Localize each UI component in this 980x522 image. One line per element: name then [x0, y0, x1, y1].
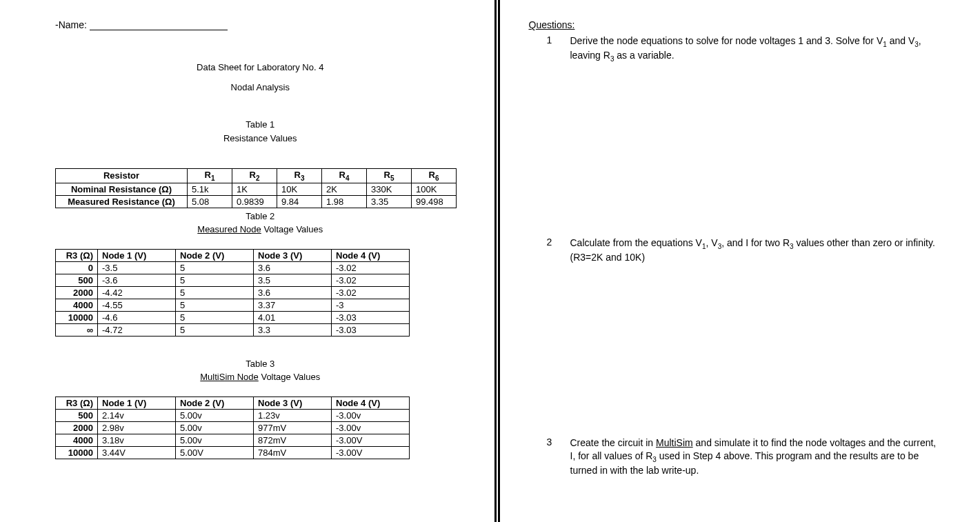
cell: 2K: [322, 183, 367, 195]
table3-hdr-n4: Node 4 (V): [332, 396, 410, 409]
sheet-title: Data Sheet for Laboratory No. 4: [55, 58, 466, 78]
question-3-multisim: MultiSim: [656, 437, 693, 448]
table3-hdr-r3: R3 (Ω): [56, 396, 98, 409]
table3-squiggle-text: MultiSim Node: [200, 372, 259, 382]
table-row: 40003.18v5.00v872mV-3.00V: [56, 434, 410, 446]
table-row: 10000-4.654.01-3.03: [56, 311, 410, 323]
table2-caption-line1: Table 2: [55, 210, 466, 223]
table1-caption: Table 1 Resistance Values: [55, 118, 466, 145]
page-right: Questions: 1 Derive the node equations t…: [501, 0, 981, 522]
table1-col-r6: R6: [412, 169, 457, 183]
sheet-subtitle: Nodal Analysis: [55, 78, 466, 98]
table3-caption-line2: MultiSim Node Voltage Values: [55, 370, 466, 384]
cell: 1.98: [322, 195, 367, 208]
table2-measured-node-voltages: R3 (Ω) Node 1 (V) Node 2 (V) Node 3 (V) …: [55, 249, 410, 337]
table2-hdr-n2: Node 2 (V): [176, 249, 254, 261]
name-label: -Name:: [55, 19, 87, 30]
table3-hdr-n3: Node 3 (V): [254, 396, 332, 409]
table3-hdr-n1: Node 1 (V): [98, 396, 176, 409]
cell: 3.35: [367, 195, 412, 208]
question-3: 3 Create the circuit in MultiSim and sim…: [529, 436, 939, 477]
table-row: 2000-4.4253.6-3.02: [56, 286, 410, 299]
cell: 9.84: [277, 195, 322, 208]
table1-resistance-values: Resistor R1 R2 R3 R4 R5 R6 Nominal Resis…: [55, 168, 457, 208]
document-viewport: -Name: Data Sheet for Laboratory No. 4 N…: [0, 0, 980, 522]
cell: 5.1k: [188, 183, 232, 195]
question-2: 2 Calculate from the equations V1, V3, a…: [529, 237, 939, 264]
table2-hdr-n3: Node 3 (V): [254, 249, 332, 261]
question-3-number: 3: [529, 436, 570, 477]
table2-caption: Table 2 Measured Node Voltage Values: [55, 210, 466, 237]
table-row: 100003.44V5.00V784mV-3.00V: [56, 446, 410, 459]
table1-rowheader-nominal: Nominal Resistance (Ω): [56, 183, 188, 195]
table1-col-r3: R3: [277, 169, 322, 183]
cell: 100K: [412, 183, 457, 195]
question-3-text: Create the circuit in MultiSim and simul…: [570, 436, 939, 477]
title-block: Data Sheet for Laboratory No. 4 Nodal An…: [55, 58, 466, 97]
cell: 1K: [232, 183, 277, 195]
question-1: 1 Derive the node equations to solve for…: [529, 34, 939, 64]
table3-caption-line1: Table 3: [55, 357, 466, 371]
question-2-number: 2: [529, 237, 570, 264]
table-row: Nominal Resistance (Ω) 5.1k 1K 10K 2K 33…: [56, 183, 457, 195]
name-field-row: -Name:: [55, 19, 466, 30]
questions-header: Questions:: [529, 19, 939, 30]
table-row: Measured Resistance (Ω) 5.08 0.9839 9.84…: [56, 195, 457, 208]
table-row: 0-3.553.6-3.02: [56, 261, 410, 274]
table-row: R3 (Ω) Node 1 (V) Node 2 (V) Node 3 (V) …: [56, 249, 410, 261]
table1-col-r4: R4: [322, 169, 367, 183]
table1-col-r5: R5: [367, 169, 412, 183]
table3-caption: Table 3 MultiSim Node Voltage Values: [55, 357, 466, 384]
cell: 330K: [367, 183, 412, 195]
table-row: 20002.98v5.00v977mV-3.00v: [56, 421, 410, 434]
page-left: -Name: Data Sheet for Laboratory No. 4 N…: [0, 0, 493, 522]
cell: 0.9839: [232, 195, 277, 208]
table2-caption-line2: Measured Node Voltage Values: [55, 223, 466, 237]
table-row: 500-3.653.5-3.02: [56, 274, 410, 286]
cell: 99.498: [412, 195, 457, 208]
table-row: 5002.14v5.00v1.23v-3.00v: [56, 409, 410, 421]
table-row: R3 (Ω) Node 1 (V) Node 2 (V) Node 3 (V) …: [56, 396, 410, 409]
question-1-number: 1: [529, 34, 570, 64]
name-underline: [90, 20, 228, 30]
table-row: ∞-4.7253.3-3.03: [56, 323, 410, 336]
table-row: Resistor R1 R2 R3 R4 R5 R6: [56, 169, 457, 183]
table1-rowheader-resistor: Resistor: [56, 169, 188, 183]
table1-col-r1: R1: [188, 169, 232, 183]
table1-caption-line2: Resistance Values: [55, 132, 466, 145]
table2-hdr-r3: R3 (Ω): [56, 249, 98, 261]
table1-col-r2: R2: [232, 169, 277, 183]
table1-caption-line1: Table 1: [55, 118, 466, 132]
page-divider: [493, 0, 501, 522]
question-2-text: Calculate from the equations V1, V3, and…: [570, 237, 939, 264]
cell: 10K: [277, 183, 322, 195]
table2-squiggle-text: Measured Node: [197, 224, 261, 234]
cell: 5.08: [188, 195, 232, 208]
table-row: 4000-4.5553.37-3: [56, 299, 410, 311]
table3-multisim-node-voltages: R3 (Ω) Node 1 (V) Node 2 (V) Node 3 (V) …: [55, 396, 410, 459]
question-1-text: Derive the node equations to solve for n…: [570, 34, 939, 64]
table3-hdr-n2: Node 2 (V): [176, 396, 254, 409]
table1-rowheader-measured: Measured Resistance (Ω): [56, 195, 188, 208]
table2-hdr-n4: Node 4 (V): [332, 249, 410, 261]
table2-hdr-n1: Node 1 (V): [98, 249, 176, 261]
